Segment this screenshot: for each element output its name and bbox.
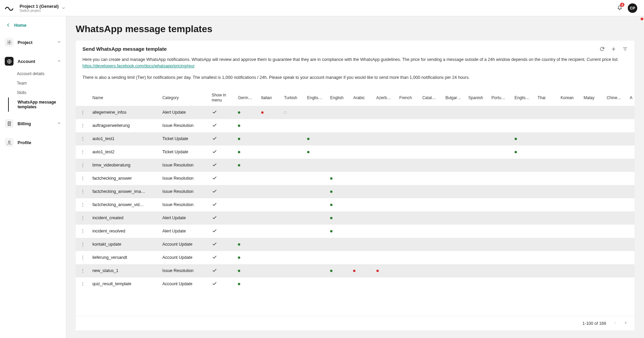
status-dot-green — [515, 151, 517, 153]
filter-button[interactable] — [622, 46, 628, 52]
sidebar-sub-account-details[interactable]: Account details — [9, 69, 64, 78]
column-header[interactable]: Korean — [558, 89, 581, 106]
lang-status — [327, 198, 350, 211]
lang-status — [581, 119, 604, 132]
lang-status — [397, 159, 420, 172]
row-menu-icon[interactable]: ⋮ — [80, 242, 85, 247]
column-header[interactable]: Bulgar… — [443, 89, 466, 106]
column-header[interactable]: Arabic — [350, 89, 373, 106]
row-menu-icon[interactable]: ⋮ — [80, 215, 85, 221]
table-row[interactable]: ⋮factchecking_answerIssue Resolution — [76, 172, 635, 185]
column-header[interactable]: Show inmenu — [209, 89, 236, 106]
row-menu-icon[interactable]: ⋮ — [80, 268, 85, 273]
sidebar-sub-whatsapp-message-templates[interactable]: WhatsApp message templates — [8, 97, 64, 112]
lang-status — [466, 145, 489, 159]
lang-status — [258, 159, 281, 172]
page-next[interactable] — [624, 321, 628, 326]
column-header[interactable]: Germ… — [235, 89, 258, 106]
table-row[interactable]: ⋮lieferung_versandtAccount Update — [76, 251, 635, 264]
lang-status — [327, 145, 350, 159]
refresh-button[interactable] — [599, 46, 605, 52]
sidebar-item-billing[interactable]: Billing — [2, 116, 64, 131]
table-row[interactable]: ⋮factchecking_answer_ima…Issue Resolutio… — [76, 185, 635, 198]
column-header[interactable]: Turkish — [281, 89, 304, 106]
page-prev[interactable] — [613, 321, 617, 326]
column-header[interactable]: Englis… — [512, 89, 535, 106]
sidebar-sub-team[interactable]: Team — [9, 78, 64, 88]
column-header[interactable]: Name — [90, 89, 159, 106]
row-menu-icon[interactable]: ⋮ — [80, 189, 85, 194]
sidebar-item-project[interactable]: Project — [2, 35, 64, 49]
table-row[interactable]: ⋮new_status_1Issue Resolution — [76, 264, 635, 277]
sidebar-item-label: Billing — [18, 121, 31, 126]
lang-status — [581, 238, 604, 251]
notifications-button[interactable]: 4 — [617, 5, 622, 11]
table-row[interactable]: ⋮quiz_result_templateAccount Update — [76, 277, 635, 291]
row-menu-icon[interactable]: ⋮ — [80, 228, 85, 234]
main-content: WhatsApp message templates Send WhatsApp… — [66, 16, 644, 338]
column-header[interactable]: Italian — [258, 89, 281, 106]
column-header[interactable]: English — [327, 89, 350, 106]
template-category: Issue Resolution — [159, 185, 209, 198]
lang-status — [304, 211, 327, 225]
table-row[interactable]: ⋮incident_resolvedAlert Update — [76, 225, 635, 238]
sidebar-item-account[interactable]: Account — [2, 54, 64, 68]
column-header[interactable]: Chine… — [604, 89, 627, 106]
row-menu-icon[interactable]: ⋮ — [80, 136, 85, 141]
sidebar-item-label: Project — [18, 40, 32, 45]
add-button[interactable] — [611, 46, 616, 52]
sidebar-sub-skills[interactable]: Skills — [9, 88, 64, 97]
row-menu-icon[interactable]: ⋮ — [80, 149, 85, 155]
sidebar-item-profile[interactable]: Profile — [2, 135, 64, 150]
table-row[interactable]: ⋮auto1_test2Ticket Update — [76, 145, 635, 159]
pricing-link[interactable]: https://developers.facebook.com/docs/wha… — [82, 64, 195, 68]
status-dot-green — [330, 190, 332, 193]
lang-status — [604, 264, 627, 277]
lang-status — [374, 238, 397, 251]
table-row[interactable]: ⋮kontakt_updateAccount Update — [76, 238, 635, 251]
row-menu-icon[interactable]: ⋮ — [80, 281, 85, 287]
table-row[interactable]: ⋮bmw_videoberatungIssue Resolution — [76, 159, 635, 172]
check-icon — [212, 228, 217, 233]
row-menu-icon[interactable]: ⋮ — [80, 202, 85, 207]
lang-status — [535, 132, 558, 145]
lang-status — [466, 185, 489, 198]
table-row[interactable]: ⋮incident_createdAlert Update — [76, 211, 635, 225]
table-row[interactable]: ⋮auto1_test1Ticket Update — [76, 132, 635, 145]
lang-status — [489, 106, 512, 119]
row-menu-icon[interactable]: ⋮ — [80, 176, 85, 181]
home-link[interactable]: Home — [2, 20, 64, 30]
lang-status — [535, 172, 558, 185]
column-header[interactable]: A — [627, 89, 635, 106]
home-label: Home — [14, 23, 26, 28]
table-row[interactable]: ⋮auftragserweiterungIssue Resolution — [76, 119, 635, 132]
page-title: WhatsApp message templates — [76, 24, 635, 35]
row-menu-icon[interactable]: ⋮ — [80, 123, 85, 128]
lang-status — [258, 185, 281, 198]
chevron-down-icon — [61, 6, 66, 10]
column-header[interactable]: Portu… — [489, 89, 512, 106]
project-switcher[interactable]: Project 1 (General) Switch project — [20, 4, 66, 13]
column-header[interactable]: Category — [159, 89, 209, 106]
column-header[interactable]: Azerb… — [374, 89, 397, 106]
lang-status — [350, 198, 373, 211]
column-header[interactable]: Catal… — [420, 89, 443, 106]
row-menu-icon[interactable]: ⋮ — [80, 255, 85, 260]
column-header[interactable]: Thai — [535, 89, 558, 106]
lang-status — [443, 159, 466, 172]
column-header[interactable]: French — [397, 89, 420, 106]
table-row[interactable]: ⋮factchecking_answer_vid…Issue Resolutio… — [76, 198, 635, 211]
avatar[interactable]: CP — [628, 3, 637, 13]
lang-status — [466, 211, 489, 225]
lang-status — [235, 106, 258, 119]
row-menu-icon[interactable]: ⋮ — [80, 110, 85, 115]
row-menu-icon[interactable]: ⋮ — [80, 162, 85, 168]
templates-table-wrapper[interactable]: NameCategoryShow inmenuGerm…ItalianTurki… — [76, 89, 635, 316]
column-header[interactable]: Malay — [581, 89, 604, 106]
column-header[interactable]: Spanish — [466, 89, 489, 106]
lang-status — [558, 132, 581, 145]
lang-status — [350, 145, 373, 159]
lang-status — [258, 119, 281, 132]
table-row[interactable]: ⋮allegemeine_infosAlert Update — [76, 106, 635, 119]
column-header[interactable]: Englis… — [304, 89, 327, 106]
